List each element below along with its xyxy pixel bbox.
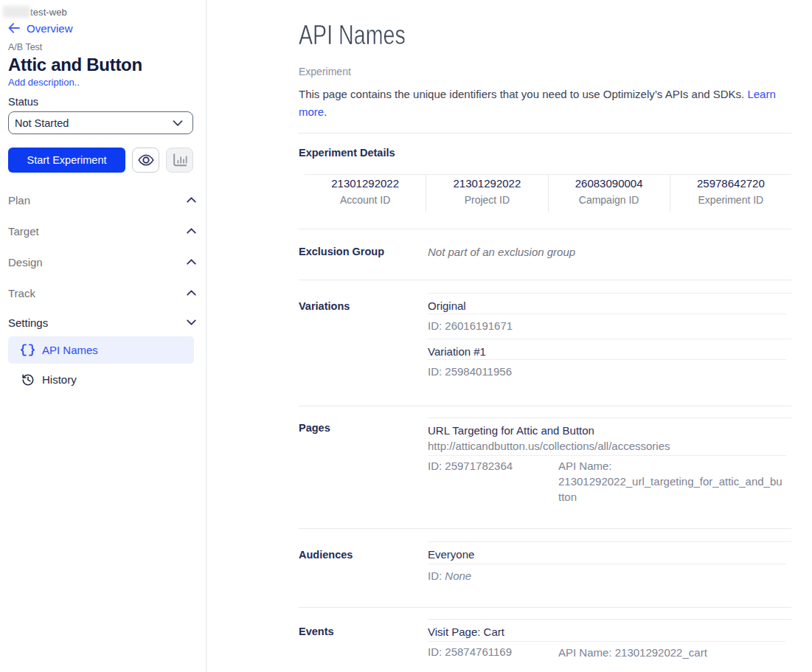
stat-project-id: 21301292022 Project ID xyxy=(426,175,547,212)
chevron-up-icon xyxy=(187,290,196,296)
main-content: API Names Experiment This page contains … xyxy=(207,0,812,672)
event-id-row: ID: 25874761169 API Name: 21301292022_ca… xyxy=(428,642,791,666)
variation-name-row: Original xyxy=(428,293,791,314)
audience-name: Everyone xyxy=(428,547,791,561)
add-description-link[interactable]: Add description.. xyxy=(8,77,82,89)
audiences-section: Audiences Everyone ID: None xyxy=(299,529,791,607)
page-id-row: ID: 25971782364 API Name: 21301292022_ur… xyxy=(428,456,791,510)
pages-label: Pages xyxy=(299,406,428,528)
target-label: Target xyxy=(8,225,39,238)
description-text: This page contains the unique identifier… xyxy=(299,88,744,100)
events-section: Events Visit Page: Cart ID: 25874761169 … xyxy=(299,608,791,666)
preview-button[interactable] xyxy=(132,148,159,173)
action-buttons-row: Start Experiment xyxy=(8,148,206,173)
status-select-value: Not Started xyxy=(15,117,69,129)
period: . xyxy=(324,105,327,118)
experiment-type-label: A/B Test xyxy=(8,42,206,53)
page-subtitle: Experiment xyxy=(299,66,791,78)
sidebar-section-track[interactable]: Track xyxy=(8,277,196,308)
stat-campaign-id: 26083090004 Campaign ID xyxy=(548,175,670,212)
variation-id-row: ID: 25984011956 xyxy=(428,360,791,384)
sidebar-nav: Plan Target Design Track Settings xyxy=(8,184,196,393)
page-id: ID: 25971782364 xyxy=(428,458,558,505)
event-api-name: API Name: 21301292022_cart xyxy=(558,645,791,660)
variations-section: Variations Original ID: 26016191671 xyxy=(299,280,791,406)
stat-label: Campaign ID xyxy=(549,193,670,207)
event-name-row: Visit Page: Cart xyxy=(428,619,791,641)
sidebar-item-api-names[interactable]: API Names xyxy=(8,336,194,364)
page-name-row: URL Targeting for Attic and Button http:… xyxy=(428,418,791,455)
variation-name-row: Variation #1 xyxy=(428,339,791,359)
variations-label: Variations xyxy=(299,280,428,406)
stat-label: Experiment ID xyxy=(670,193,791,207)
stat-account-id: 21301292022 Account ID xyxy=(305,175,426,212)
variation-name: Original xyxy=(428,299,791,313)
braces-icon xyxy=(21,344,35,356)
overview-label: Overview xyxy=(27,22,73,35)
app: test-web Overview A/B Test Attic and But… xyxy=(0,0,812,672)
page-api-name: API Name: 21301292022_url_targeting_for_… xyxy=(558,458,791,505)
audience-item: Everyone ID: None xyxy=(428,541,791,589)
project-row: test-web xyxy=(8,6,206,18)
experiment-details-stats: 21301292022 Account ID 21301292022 Proje… xyxy=(305,174,791,212)
page-url: http://atticandbutton.us/collections/all… xyxy=(428,439,791,453)
page-item: URL Targeting for Attic and Button http:… xyxy=(428,418,791,510)
sidebar-section-design[interactable]: Design xyxy=(8,246,196,277)
events-list: Visit Page: Cart ID: 25874761169 API Nam… xyxy=(428,619,791,666)
audience-id-row: ID: None xyxy=(428,564,791,589)
exclusion-group-value: Not part of an exclusion group xyxy=(428,245,791,259)
sidebar-section-target[interactable]: Target xyxy=(8,215,196,246)
status-label: Status xyxy=(8,95,206,108)
settings-label: Settings xyxy=(8,316,48,329)
sidebar-section-settings[interactable]: Settings xyxy=(8,308,196,336)
variation-id-row: ID: 26016191671 xyxy=(428,314,791,339)
eye-icon xyxy=(138,154,154,166)
chevron-up-icon xyxy=(187,228,196,234)
experiment-details-heading: Experiment Details xyxy=(299,146,791,159)
variation-item: Variation #1 ID: 25984011956 xyxy=(428,339,791,384)
exclusion-group-label: Exclusion Group xyxy=(299,245,428,259)
stat-value: 21301292022 xyxy=(305,176,426,190)
event-id: ID: 25874761169 xyxy=(428,645,558,660)
results-button[interactable] xyxy=(166,148,193,173)
audience-name-row: Everyone xyxy=(428,541,791,564)
sidebar-section-plan[interactable]: Plan xyxy=(8,184,196,215)
track-label: Track xyxy=(8,287,35,299)
variation-item: Original ID: 26016191671 xyxy=(428,293,791,339)
status-select[interactable]: Not Started xyxy=(8,111,193,134)
history-icon xyxy=(21,373,35,387)
project-name: test-web xyxy=(30,7,67,18)
design-label: Design xyxy=(8,256,43,269)
stat-value: 25978642720 xyxy=(670,176,791,190)
stat-value: 26083090004 xyxy=(549,176,670,190)
page-name: URL Targeting for Attic and Button xyxy=(428,423,791,437)
chevron-down-icon xyxy=(173,120,183,126)
stat-label: Project ID xyxy=(426,193,547,207)
variation-name: Variation #1 xyxy=(428,344,791,358)
variation-id: ID: 25984011956 xyxy=(428,364,558,378)
exclusion-group-section: Exclusion Group Not part of an exclusion… xyxy=(299,229,791,280)
divider xyxy=(299,133,791,134)
sidebar-item-history[interactable]: History xyxy=(8,366,194,393)
chevron-down-icon xyxy=(187,319,196,325)
event-item: Visit Page: Cart ID: 25874761169 API Nam… xyxy=(428,619,791,666)
history-label: History xyxy=(42,373,77,386)
variations-list: Original ID: 26016191671 Variation #1 xyxy=(428,293,791,384)
api-names-label: API Names xyxy=(42,344,98,356)
start-experiment-button[interactable]: Start Experiment xyxy=(8,148,125,173)
stat-experiment-id: 25978642720 Experiment ID xyxy=(670,175,791,212)
overview-back-link[interactable]: Overview xyxy=(8,22,89,34)
audience-id-prefix: ID: xyxy=(428,569,445,582)
chevron-up-icon xyxy=(187,259,196,265)
audience-id: ID: None xyxy=(428,569,558,583)
arrow-left-icon xyxy=(8,23,20,33)
audiences-label: Audiences xyxy=(299,529,428,607)
api-name-prefix: API Name: xyxy=(558,460,612,472)
audiences-list: Everyone ID: None xyxy=(428,541,791,589)
pages-list: URL Targeting for Attic and Button http:… xyxy=(428,418,791,510)
page-title: API Names xyxy=(299,21,690,50)
stat-value: 21301292022 xyxy=(426,176,547,190)
experiment-title: Attic and Button xyxy=(8,55,206,75)
plan-label: Plan xyxy=(8,194,30,207)
redacted-project-prefix xyxy=(3,6,30,18)
